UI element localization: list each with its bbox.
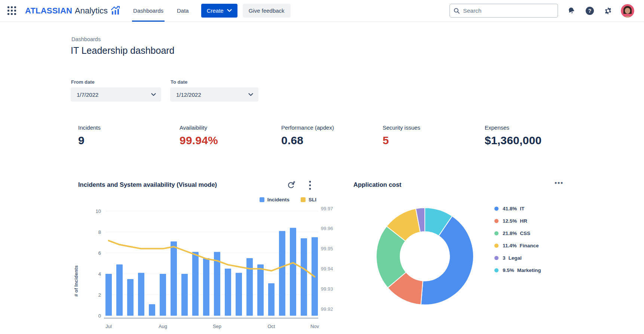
gear-settings-icon[interactable] (604, 6, 613, 15)
incident-bar (171, 241, 177, 316)
kpi-value: $1,360,000 (485, 134, 542, 147)
svg-text:Jul: Jul (105, 324, 112, 329)
legend-dot (494, 256, 499, 260)
from-date-select[interactable]: 1/7/2022 (71, 87, 161, 102)
legend-dot (494, 207, 499, 211)
legend-dot (494, 231, 499, 235)
application-cost-card: Application cost ••• 41.8%IT12.5%HR21.8%… (353, 176, 578, 325)
svg-text:99.97: 99.97 (321, 206, 333, 211)
svg-text:?: ? (588, 8, 592, 14)
top-navbar: ATLASSIAN Analytics DashboardsData Creat… (0, 0, 644, 22)
user-avatar[interactable] (621, 4, 634, 18)
legend-dot (494, 268, 499, 272)
donut-legend-item-legal[interactable]: 3Legal (494, 254, 541, 262)
legend-percent: 11.4% (503, 243, 517, 248)
incident-bar (301, 238, 307, 316)
chevron-down-icon (248, 93, 253, 96)
incident-bar (138, 273, 144, 316)
give-feedback-button[interactable]: Give feedback (243, 4, 291, 18)
tab-data[interactable]: Data (176, 0, 190, 22)
from-date-value: 1/7/2022 (77, 92, 151, 98)
chevron-down-icon (151, 93, 156, 96)
incident-bar (225, 269, 231, 316)
application-cost-donut (376, 207, 474, 307)
svg-text:99.93: 99.93 (321, 286, 333, 292)
kpi-label: Security issues (383, 124, 420, 131)
kpi-security-issues: Security issues5 (383, 124, 420, 147)
incident-bar (257, 265, 264, 316)
legend-percent: 3 (503, 255, 506, 261)
incident-bar (246, 258, 253, 316)
legend-label: Incidents (267, 197, 289, 202)
legend-item-sli[interactable]: SLI (301, 197, 316, 202)
incident-bar (203, 258, 209, 316)
legend-label: IT (520, 206, 524, 211)
kpi-label: Performance (apdex) (281, 124, 334, 131)
svg-text:4: 4 (98, 271, 101, 277)
svg-text:Aug: Aug (159, 324, 167, 329)
legend-label: HR (520, 218, 527, 224)
kpi-label: Availaibility (180, 124, 218, 131)
incident-bar (127, 279, 134, 316)
primary-tabs: DashboardsData (121, 0, 190, 22)
incident-bar (192, 252, 199, 316)
donut-legend-item-it[interactable]: 41.8%IT (494, 205, 541, 212)
kpi-expenses: Expenses$1,360,000 (485, 124, 542, 147)
svg-text:# of Incidents: # of Incidents (73, 265, 79, 297)
kpi-value: 0.68 (281, 134, 334, 147)
svg-text:0: 0 (98, 313, 101, 319)
create-button-label: Create (207, 7, 224, 14)
incident-bar (160, 274, 166, 316)
to-date-select[interactable]: 1/12/2022 (170, 87, 258, 102)
to-date-value: 1/12/2022 (176, 92, 248, 98)
svg-text:8: 8 (98, 229, 101, 235)
kpi-label: Expenses (485, 124, 542, 131)
donut-legend-item-css[interactable]: 21.8%CSS (494, 229, 541, 237)
kebab-menu-icon[interactable] (306, 180, 314, 191)
search-input[interactable] (463, 7, 554, 14)
ellipsis-menu-icon[interactable]: ••• (555, 179, 564, 187)
legend-percent: 41.8% (503, 206, 517, 211)
svg-text:99.92: 99.92 (321, 306, 333, 312)
donut-legend-item-hr[interactable]: 12.5%HR (494, 217, 541, 225)
incidents-chart-title: Incidents and System availability (Visua… (78, 181, 217, 188)
incident-bar (116, 265, 123, 316)
from-date-label: From date (71, 79, 95, 85)
grid-icon (7, 6, 16, 15)
search-icon (454, 7, 460, 14)
kpi-value: 99.94% (180, 134, 218, 147)
help-icon[interactable]: ? (585, 6, 595, 16)
search-box[interactable] (450, 4, 558, 18)
svg-text:10: 10 (96, 208, 101, 214)
donut-legend-item-marketing[interactable]: 9.5%Marketing (494, 266, 541, 274)
kpi-value: 5 (383, 134, 420, 147)
notifications-bell-icon[interactable] (567, 6, 576, 15)
legend-dot (494, 219, 499, 223)
incidents-availability-chart: 024681099.9299.9399.9499.9599.9699.97Jul… (71, 205, 333, 334)
incident-bar (279, 231, 285, 316)
kpi-availaibility: Availaibility99.94% (180, 124, 218, 147)
incidents-availability-card: Incidents and System availability (Visua… (71, 176, 333, 334)
legend-label: Marketing (517, 267, 541, 273)
donut-legend-item-finance[interactable]: 11.4%Finance (494, 242, 541, 249)
create-button[interactable]: Create (201, 4, 237, 18)
svg-text:99.96: 99.96 (321, 226, 333, 231)
svg-text:99.94: 99.94 (321, 266, 333, 272)
legend-percent: 9.5% (503, 267, 514, 273)
refresh-icon[interactable] (286, 180, 296, 190)
incidents-swatch (260, 197, 264, 202)
legend-item-incidents[interactable]: Incidents (260, 197, 289, 202)
kpi-incidents: Incidents9 (78, 124, 101, 147)
legend-percent: 21.8% (503, 231, 517, 236)
legend-percent: 12.5% (503, 218, 517, 224)
breadcrumb[interactable]: Dashboards (71, 36, 101, 42)
donut-legend: 41.8%IT12.5%HR21.8%CSS11.4%Finance3Legal… (494, 205, 541, 274)
svg-text:Oct: Oct (267, 324, 275, 329)
bar-chart-legend: Incidents SLI (260, 197, 316, 202)
tab-dashboards[interactable]: Dashboards (132, 0, 165, 22)
legend-label: Legal (509, 255, 522, 261)
app-switcher-grid-icon[interactable] (7, 6, 16, 15)
app-root: ATLASSIAN Analytics DashboardsData Creat… (0, 0, 644, 334)
incident-bar (290, 228, 296, 316)
analytics-logo-chart-icon (111, 6, 121, 16)
